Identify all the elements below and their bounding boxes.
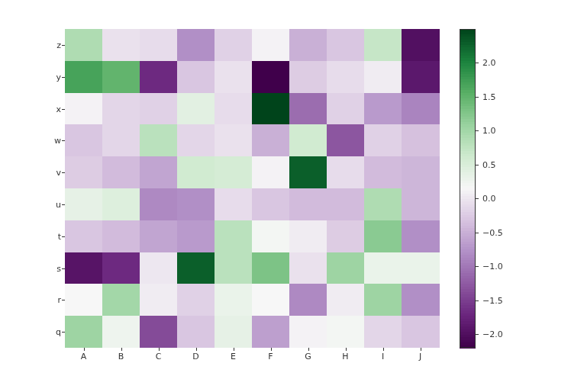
x-tick-mark bbox=[308, 348, 309, 351]
heatmap-cell bbox=[177, 93, 215, 125]
x-tick-label: C bbox=[140, 352, 177, 361]
x-tick-label: J bbox=[402, 352, 439, 361]
heatmap-cell bbox=[252, 220, 290, 252]
colorbar-tick-label: −1.0 bbox=[482, 262, 513, 271]
heatmap-cell bbox=[327, 284, 365, 316]
heatmap-cell bbox=[215, 93, 253, 125]
heatmap-cell bbox=[102, 124, 140, 156]
heatmap-cell bbox=[102, 156, 140, 188]
x-tick-mark bbox=[271, 348, 272, 351]
heatmap-cell bbox=[327, 316, 365, 348]
colorbar bbox=[460, 29, 476, 348]
colorbar-tick-label: 0.0 bbox=[482, 194, 513, 203]
heatmap-cell bbox=[102, 61, 140, 93]
heatmap-cell bbox=[289, 220, 327, 252]
heatmap-cell bbox=[65, 284, 103, 316]
x-tick-label: D bbox=[177, 352, 215, 361]
heatmap-cell bbox=[364, 284, 402, 316]
heatmap-cell bbox=[364, 188, 402, 220]
y-tick-mark bbox=[62, 77, 65, 78]
heatmap-cell bbox=[102, 252, 140, 284]
heatmap-cell bbox=[140, 93, 178, 125]
heatmap-cell bbox=[177, 29, 215, 61]
colorbar-tick-mark bbox=[476, 300, 479, 301]
heatmap-cell bbox=[252, 252, 290, 284]
colorbar-tick-label: −0.5 bbox=[482, 229, 513, 237]
x-tick-mark bbox=[159, 348, 160, 351]
colorbar-tick-mark bbox=[476, 97, 479, 98]
heatmap-cell bbox=[402, 93, 440, 125]
x-tick-label: B bbox=[102, 352, 140, 361]
heatmap-cell bbox=[102, 284, 140, 316]
heatmap-cell bbox=[402, 284, 440, 316]
x-tick-label: A bbox=[65, 352, 102, 361]
heatmap-cell bbox=[65, 316, 103, 348]
colorbar-tick-label: −1.5 bbox=[482, 297, 513, 305]
heatmap-cell bbox=[402, 316, 440, 348]
x-tick-mark bbox=[346, 348, 347, 351]
heatmap-cell bbox=[252, 284, 290, 316]
heatmap-cell bbox=[364, 93, 402, 125]
x-tick-label: H bbox=[327, 352, 364, 361]
heatmap-cell bbox=[65, 124, 103, 156]
y-tick-mark bbox=[62, 109, 65, 110]
heatmap-cell bbox=[289, 252, 327, 284]
heatmap-cell bbox=[252, 61, 290, 93]
y-tick-mark bbox=[62, 140, 65, 141]
y-tick-mark bbox=[62, 268, 65, 269]
x-tick-mark bbox=[121, 348, 122, 351]
heatmap-cell bbox=[65, 220, 103, 252]
heatmap-cell bbox=[252, 93, 290, 125]
y-tick-mark bbox=[62, 204, 65, 205]
heatmap-cell bbox=[289, 93, 327, 125]
y-tick-label: y bbox=[42, 73, 61, 82]
heatmap-cell bbox=[177, 252, 215, 284]
heatmap-cell bbox=[252, 316, 290, 348]
heatmap-cell bbox=[102, 93, 140, 125]
heatmap-cell bbox=[215, 61, 253, 93]
y-tick-label: r bbox=[42, 296, 61, 304]
x-tick-label: I bbox=[364, 352, 402, 361]
x-tick-mark bbox=[84, 348, 85, 351]
heatmap-cell bbox=[140, 156, 178, 188]
heatmap-cell bbox=[215, 220, 253, 252]
heatmap-cell bbox=[364, 29, 402, 61]
y-tick-label: w bbox=[42, 137, 61, 145]
colorbar-tick-mark bbox=[476, 198, 479, 199]
heatmap-cell bbox=[140, 188, 178, 220]
x-tick-mark bbox=[421, 348, 421, 351]
heatmap-cell bbox=[327, 29, 365, 61]
heatmap-cell bbox=[252, 156, 290, 188]
heatmap-cell bbox=[327, 124, 365, 156]
colorbar-outline bbox=[460, 29, 476, 348]
heatmap-cell bbox=[177, 220, 215, 252]
y-tick-label: t bbox=[42, 233, 61, 241]
heatmap-cell bbox=[402, 156, 440, 188]
colorbar-tick-mark bbox=[476, 165, 479, 165]
y-tick-label: q bbox=[42, 328, 61, 336]
x-tick-mark bbox=[234, 348, 234, 351]
y-tick-label: s bbox=[42, 265, 61, 273]
colorbar-tick-label: 0.5 bbox=[482, 161, 513, 169]
heatmap-cell bbox=[402, 124, 440, 156]
heatmap-cell bbox=[364, 156, 402, 188]
heatmap-cell bbox=[402, 220, 440, 252]
heatmap-cell bbox=[289, 124, 327, 156]
heatmap-cell bbox=[140, 61, 178, 93]
heatmap-cell bbox=[177, 284, 215, 316]
colorbar-tick-label: −2.0 bbox=[482, 330, 513, 339]
heatmap-cell bbox=[177, 61, 215, 93]
heatmap-cell bbox=[402, 61, 440, 93]
y-tick-label: x bbox=[42, 105, 61, 114]
heatmap-cell bbox=[65, 156, 103, 188]
heatmap-cell bbox=[289, 61, 327, 93]
heatmap-cell bbox=[289, 29, 327, 61]
heatmap-cell bbox=[215, 252, 253, 284]
heatmap-cell bbox=[215, 188, 253, 220]
heatmap-cell bbox=[140, 124, 178, 156]
x-tick-label: E bbox=[215, 352, 252, 361]
heatmap-cells bbox=[65, 29, 439, 348]
heatmap-cell bbox=[402, 188, 440, 220]
heatmap-cell bbox=[177, 316, 215, 348]
heatmap-cell bbox=[364, 316, 402, 348]
